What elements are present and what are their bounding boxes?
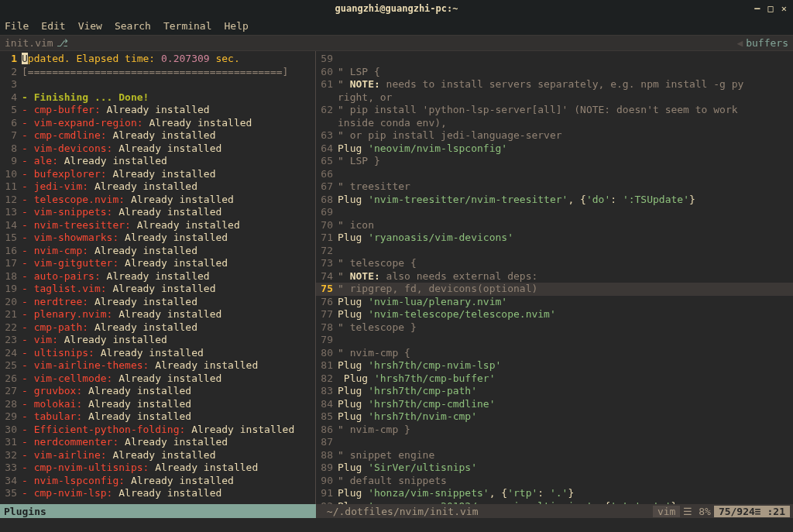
code-line[interactable]: 72 xyxy=(316,245,793,258)
code-line[interactable]: 17- vim-gitgutter: Already installed xyxy=(0,257,315,270)
code-line[interactable]: 22- cmp-path: Already installed xyxy=(0,321,315,335)
code-line[interactable]: 30- Efficient-python-folding: Already in… xyxy=(0,424,315,437)
buffer-tabbar: init.vim ⎇ ◀buffers xyxy=(0,36,793,51)
code-line[interactable]: 23- vim: Already installed xyxy=(0,334,315,347)
code-line[interactable]: 63" or pip install jedi-language-server xyxy=(316,129,793,142)
code-line[interactable]: 2[======================================… xyxy=(0,66,315,79)
code-line[interactable]: 5- cmp-buffer: Already installed xyxy=(0,104,315,117)
code-line[interactable]: 87 xyxy=(316,436,793,449)
menu-view[interactable]: View xyxy=(78,20,102,32)
code-line[interactable]: 34- nvim-lspconfig: Already installed xyxy=(0,475,315,488)
code-line[interactable]: 75" ripgrep, fd, devicons(optional) xyxy=(316,283,793,296)
code-line[interactable]: 59 xyxy=(316,53,793,66)
code-line[interactable]: 81Plug 'hrsh7th/cmp-nvim-lsp' xyxy=(316,359,793,372)
code-line[interactable]: 82>Plug 'hrsh7th/cmp-buffer' xyxy=(316,372,793,386)
code-line[interactable]: 6- vim-expand-region: Already installed xyxy=(0,117,315,130)
code-line[interactable]: 28- molokai: Already installed xyxy=(0,398,315,411)
code-line[interactable]: 1Updated. Elapsed time: 0.207309 sec. xyxy=(0,53,315,66)
code-line-continuation[interactable]: right, or xyxy=(316,91,793,105)
code-line[interactable]: 79 xyxy=(316,334,793,347)
code-line[interactable]: 73" telescope { xyxy=(316,257,793,270)
code-line[interactable]: 61" NOTE: needs to install servers separ… xyxy=(316,78,793,91)
code-line[interactable]: 62" pip install 'python-lsp-server[all]'… xyxy=(316,104,793,117)
code-line[interactable]: 29- tabular: Already installed xyxy=(0,410,315,424)
code-line[interactable]: 89Plug 'SirVer/ultisnips' xyxy=(316,462,793,475)
code-line[interactable]: 67" treesitter xyxy=(316,180,793,194)
menu-search[interactable]: Search xyxy=(115,20,151,32)
window-titlebar: guangzhi@guangzhi-pc:~ — □ ✕ xyxy=(0,0,793,17)
minimize-icon[interactable]: — xyxy=(754,3,760,14)
status-percent: ☰ 8% xyxy=(681,506,712,517)
status-filetype: vim xyxy=(653,506,680,517)
maximize-icon[interactable]: □ xyxy=(768,3,774,14)
code-line[interactable]: 16- nvim-cmp: Already installed xyxy=(0,245,315,258)
command-line[interactable] xyxy=(0,518,793,532)
code-line[interactable]: 64Plug 'neovim/nvim-lspconfig' xyxy=(316,142,793,156)
code-line[interactable]: 11- jedi-vim: Already installed xyxy=(0,180,315,194)
code-line[interactable]: 31- nerdcommenter: Already installed xyxy=(0,436,315,449)
code-line[interactable]: 69 xyxy=(316,206,793,219)
buffers-label[interactable]: ◀buffers xyxy=(736,37,793,49)
code-line[interactable]: 20- nerdtree: Already installed xyxy=(0,296,315,309)
code-line[interactable]: 9- ale: Already installed xyxy=(0,155,315,168)
code-line[interactable]: 18- auto-pairs: Already installed xyxy=(0,270,315,283)
status-left-title: Plugins xyxy=(0,504,316,518)
code-line[interactable]: 13- vim-snippets: Already installed xyxy=(0,206,315,219)
menu-help[interactable]: Help xyxy=(225,20,249,32)
code-line[interactable]: 7- cmp-cmdline: Already installed xyxy=(0,129,315,142)
status-position: 75/924≡ :21 xyxy=(714,506,790,517)
code-line[interactable]: 86" nvim-cmp } xyxy=(316,424,793,437)
vim-file-icon: ⎇ xyxy=(57,37,68,49)
code-line[interactable]: 15- vim-showmarks: Already installed xyxy=(0,232,315,245)
code-line[interactable]: 85Plug 'hrsh7th/nvim-cmp' xyxy=(316,410,793,424)
code-line[interactable]: 19- taglist.vim: Already installed xyxy=(0,283,315,296)
code-line[interactable]: 88" snippet engine xyxy=(316,449,793,462)
code-line[interactable]: 76Plug 'nvim-lua/plenary.nvim' xyxy=(316,296,793,309)
code-line[interactable]: 80" nvim-cmp { xyxy=(316,347,793,360)
code-line[interactable]: 10- bufexplorer: Already installed xyxy=(0,168,315,181)
editor: 1Updated. Elapsed time: 0.207309 sec.2[=… xyxy=(0,51,793,504)
code-line[interactable]: 70" icon xyxy=(316,219,793,232)
code-line[interactable]: 32- vim-airline: Already installed xyxy=(0,449,315,462)
code-line[interactable]: 26- vim-cellmode: Already installed xyxy=(0,372,315,386)
code-line[interactable]: 4- Finishing ... Done! xyxy=(0,91,315,105)
tab-initvim[interactable]: init.vim ⎇ xyxy=(0,37,68,49)
code-line[interactable]: 25- vim-airline-themes: Already installe… xyxy=(0,359,315,372)
menu-terminal[interactable]: Terminal xyxy=(163,20,212,32)
code-line[interactable]: 65" LSP } xyxy=(316,155,793,168)
code-line[interactable]: 12- telescope.nvim: Already installed xyxy=(0,194,315,207)
menubar: File Edit View Search Terminal Help xyxy=(0,17,793,36)
code-line[interactable]: 68Plug 'nvim-treesitter/nvim-treesitter'… xyxy=(316,194,793,207)
code-line[interactable]: 90" default snippets xyxy=(316,475,793,488)
plugin-results-pane[interactable]: 1Updated. Elapsed time: 0.207309 sec.2[=… xyxy=(0,51,316,504)
code-line[interactable]: 71Plug 'ryanoasis/vim-devicons' xyxy=(316,232,793,245)
menu-edit[interactable]: Edit xyxy=(41,20,65,32)
code-line[interactable]: 60" LSP { xyxy=(316,66,793,79)
code-line[interactable]: 74" NOTE: also needs external deps: xyxy=(316,270,793,283)
code-line[interactable]: 77Plug 'nvim-telescope/telescope.nvim' xyxy=(316,308,793,321)
code-line[interactable]: 33- cmp-nvim-ultisnips: Already installe… xyxy=(0,462,315,475)
code-line[interactable]: 84Plug 'hrsh7th/cmp-cmdline' xyxy=(316,398,793,411)
code-line[interactable]: 14- nvim-treesitter: Already installed xyxy=(0,219,315,232)
code-line[interactable]: 91Plug 'honza/vim-snippets', {'rtp': '.'… xyxy=(316,487,793,500)
code-line[interactable]: 8- vim-devicons: Already installed xyxy=(0,142,315,156)
code-line[interactable]: 3 xyxy=(0,78,315,91)
code-line[interactable]: 24- ultisnips: Already installed xyxy=(0,347,315,360)
close-icon[interactable]: ✕ xyxy=(781,3,787,14)
window-title: guangzhi@guangzhi-pc:~ xyxy=(335,3,458,14)
menu-file[interactable]: File xyxy=(5,20,29,32)
code-line-continuation[interactable]: inside conda env), xyxy=(316,117,793,130)
code-line[interactable]: 78" telescope } xyxy=(316,321,793,335)
code-line[interactable]: 83Plug 'hrsh7th/cmp-path' xyxy=(316,385,793,398)
status-bar: Plugins ▶ ~/.dotfiles/nvim/init.vim vim … xyxy=(0,504,793,518)
code-line[interactable]: 66 xyxy=(316,168,793,181)
code-line[interactable]: 27- gruvbox: Already installed xyxy=(0,385,315,398)
initvim-code-pane[interactable]: 5960" LSP {61" NOTE: needs to install se… xyxy=(316,51,793,504)
status-filepath: ~/.dotfiles/nvim/init.vim xyxy=(322,506,479,517)
code-line[interactable]: 35- cmp-nvim-lsp: Already installed xyxy=(0,487,315,500)
separator-icon: ▶ xyxy=(316,506,322,517)
code-line[interactable]: 21- plenary.nvim: Already installed xyxy=(0,308,315,321)
